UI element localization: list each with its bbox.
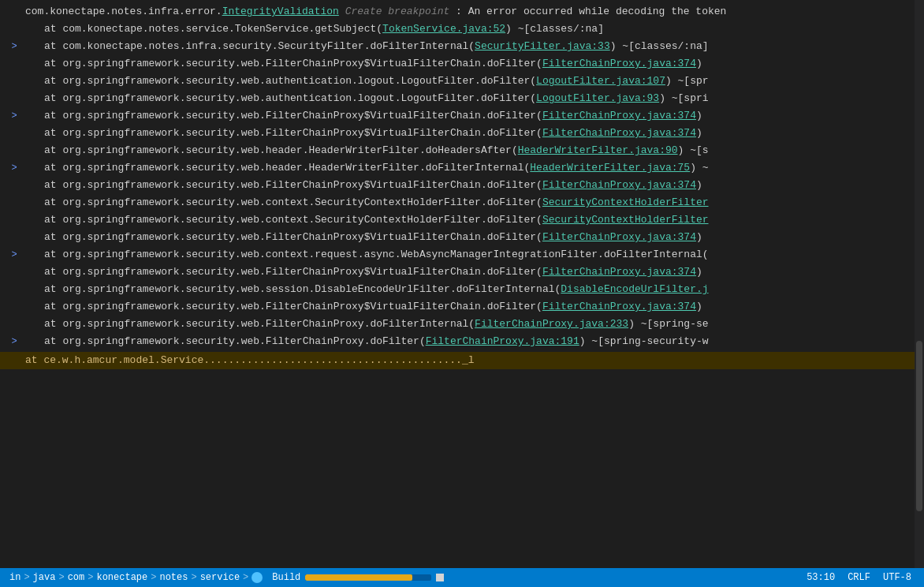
line-text: at org.springframework.security.web.auth…	[25, 73, 709, 90]
console-line: at org.springframework.security.web.Filt…	[0, 229, 924, 246]
file-link[interactable]: FilterChainProxy.java:374	[542, 127, 696, 139]
console-content: com.konectape.notes.infra.error.Integrit…	[0, 0, 924, 568]
integrity-validation-link[interactable]: IntegrityValidation	[222, 6, 339, 17]
truncated-line-text: at ce.w.h.amcur.model.Service...........…	[25, 352, 475, 369]
console-area: com.konectape.notes.infra.error.Integrit…	[0, 0, 924, 568]
stack-suffix: ) ~[spr	[665, 75, 709, 87]
stack-text: at org.springframework.security.web.Filt…	[44, 301, 542, 312]
file-link[interactable]: FilterChainProxy.java:191	[426, 335, 579, 347]
file-link[interactable]: DisableEncodeUrlFilter.j	[561, 283, 708, 295]
file-link[interactable]: FilterChainProxy.java:374	[542, 231, 696, 243]
stack-text: at org.springframework.security.web.cont…	[44, 249, 709, 260]
file-link[interactable]: TokenService.java:52	[382, 23, 505, 35]
breadcrumb-sep: >	[191, 572, 196, 583]
breadcrumb-sep: >	[58, 572, 64, 583]
breadcrumb-sep: >	[151, 572, 156, 583]
line-text: at org.springframework.security.web.Filt…	[25, 333, 709, 350]
console-line: > at org.springframework.security.web.he…	[0, 159, 924, 177]
stack-text: at org.springframework.security.web.Filt…	[44, 335, 426, 347]
file-link[interactable]: SecurityContextHolderFilter	[542, 196, 709, 208]
status-right: 53:10 CRLF UTF-8	[800, 572, 918, 583]
module-icon	[251, 572, 263, 583]
console-line: at org.springframework.security.web.Filt…	[0, 264, 924, 281]
line-gutter-arrow: >	[6, 159, 22, 177]
status-encoding[interactable]: UTF-8	[877, 572, 918, 583]
line-text: at org.springframework.security.web.auth…	[25, 90, 709, 107]
stack-text: at org.springframework.security.web.cont…	[44, 214, 542, 226]
file-link[interactable]: SecurityContextHolderFilter	[542, 214, 709, 226]
breadcrumb-sep: >	[243, 572, 248, 583]
encoding-display: UTF-8	[883, 572, 911, 583]
time-display: 53:10	[807, 572, 835, 583]
file-link[interactable]: LogoutFilter.java:107	[536, 75, 665, 87]
stack-text: at org.springframework.security.web.head…	[44, 162, 530, 174]
line-gutter-arrow: >	[6, 246, 22, 264]
stack-suffix: ) ~[classes/:na]	[610, 40, 709, 52]
console-line: > at com.konectape.notes.infra.security.…	[0, 38, 924, 55]
breadcrumb-sep: >	[24, 572, 29, 583]
line-text: com.konectape.notes.infra.error.Integrit…	[25, 3, 726, 21]
file-link[interactable]: FilterChainProxy.java:233	[475, 318, 628, 330]
status-bar: in > java > com > konectape > notes > se…	[0, 568, 924, 587]
file-link[interactable]: HeaderWriterFilter.java:75	[530, 162, 690, 174]
breadcrumb: in > java > com > konectape > notes > se…	[6, 572, 266, 583]
line-gutter-arrow: >	[6, 107, 22, 125]
file-link[interactable]: FilterChainProxy.java:374	[542, 301, 696, 312]
console-line: at org.springframework.security.web.auth…	[0, 90, 924, 107]
file-link[interactable]: SecurityFilter.java:33	[475, 40, 610, 52]
error-message: : An error occurred while decoding the t…	[449, 6, 726, 17]
breadcrumb-com: com	[68, 572, 85, 583]
file-link[interactable]: LogoutFilter.java:93	[536, 92, 659, 104]
stack-suffix: )	[696, 301, 702, 312]
line-text: at org.springframework.security.web.Filt…	[25, 316, 709, 333]
line-text: at org.springframework.security.web.cont…	[25, 246, 709, 264]
line-text: at com.konectape.notes.infra.security.Se…	[25, 38, 709, 55]
package-text: com.konectape.notes.infra.error.	[25, 6, 222, 17]
file-link[interactable]: FilterChainProxy.java:374	[542, 58, 696, 69]
stack-suffix: ) ~[spri	[659, 92, 708, 104]
console-line: at org.springframework.security.web.cont…	[0, 211, 924, 229]
stack-suffix: )	[696, 110, 702, 122]
breadcrumb-service: service	[200, 572, 240, 583]
vertical-scrollbar[interactable]	[915, 0, 924, 568]
stack-text: at org.springframework.security.web.Filt…	[44, 318, 475, 330]
breadcrumb-konectape: konectape	[96, 572, 147, 583]
build-bar-fill	[305, 574, 412, 581]
file-link[interactable]: FilterChainProxy.java:374	[542, 266, 696, 278]
console-line: at org.springframework.security.web.sess…	[0, 281, 924, 298]
line-text: at org.springframework.security.web.Filt…	[25, 177, 702, 194]
console-line: > at org.springframework.security.web.Fi…	[0, 333, 924, 350]
breadcrumb-sep: >	[88, 572, 93, 583]
line-text: at org.springframework.security.web.head…	[25, 142, 709, 159]
line-text: at org.springframework.security.web.cont…	[25, 194, 709, 211]
console-line: at org.springframework.security.web.auth…	[0, 73, 924, 90]
console-line: > at org.springframework.security.web.co…	[0, 246, 924, 264]
stack-text: at org.springframework.security.web.Filt…	[44, 127, 542, 139]
line-text: at org.springframework.security.web.Filt…	[25, 55, 702, 73]
console-line: at org.springframework.security.web.cont…	[0, 194, 924, 211]
build-section: Build	[266, 572, 450, 583]
stop-button[interactable]	[436, 574, 444, 581]
stack-text: at com.konectape.notes.infra.security.Se…	[44, 40, 475, 52]
console-line-truncated: at ce.w.h.amcur.model.Service...........…	[0, 352, 924, 369]
stack-text: at org.springframework.security.web.head…	[44, 144, 518, 156]
line-text: at org.springframework.security.web.Filt…	[25, 298, 702, 316]
line-text: at org.springframework.security.web.head…	[25, 159, 709, 177]
create-breakpoint-text[interactable]: Create breakpoint	[339, 6, 449, 17]
file-link[interactable]: FilterChainProxy.java:374	[542, 110, 696, 122]
scrollbar-thumb[interactable]	[916, 341, 922, 511]
file-link[interactable]: FilterChainProxy.java:374	[542, 179, 696, 191]
console-line: > at org.springframework.security.web.Fi…	[0, 107, 924, 125]
file-link[interactable]: HeaderWriterFilter.java:90	[518, 144, 678, 156]
line-gutter-arrow: >	[6, 38, 22, 55]
stack-text: at com.konectape.notes.service.TokenServ…	[44, 23, 382, 35]
stack-suffix: ) ~[classes/:na]	[505, 23, 604, 35]
status-line-ending[interactable]: CRLF	[841, 572, 877, 583]
stack-suffix: ) ~[spring-security-w	[579, 335, 709, 347]
breadcrumb-java: java	[33, 572, 56, 583]
line-text: at com.konectape.notes.service.TokenServ…	[25, 21, 604, 38]
stack-text: at org.springframework.security.web.Filt…	[44, 179, 542, 191]
stack-text: at org.springframework.security.web.auth…	[44, 75, 536, 87]
stack-text: at org.springframework.security.web.Filt…	[44, 231, 542, 243]
stack-suffix: )	[696, 127, 702, 139]
